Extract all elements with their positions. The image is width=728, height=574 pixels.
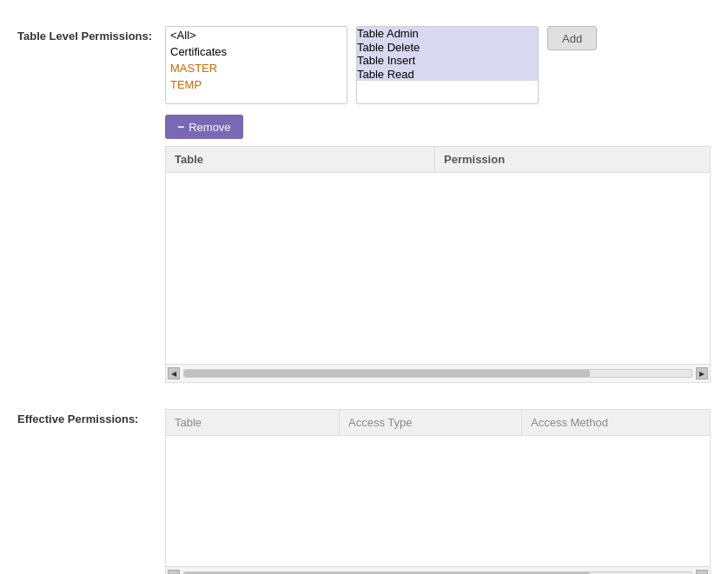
remove-label: Remove	[189, 121, 230, 134]
scroll-track[interactable]	[183, 369, 692, 378]
permissions-grid: Table Permission ◀ ▶	[165, 146, 711, 383]
eff-col-header-table: Table	[166, 410, 340, 435]
top-controls: <All> Certificates MASTER TEMP Table Adm…	[165, 26, 711, 104]
listbox-option-table-read[interactable]: Table Read	[357, 68, 538, 82]
effective-grid: Table Access Type Access Method ◀ ▶	[165, 409, 711, 574]
table-left-listbox[interactable]: <All> Certificates MASTER TEMP	[165, 26, 347, 104]
listbox-option-master[interactable]: MASTER	[166, 60, 347, 76]
effective-permissions-section: Effective Permissions: Table Access Type…	[0, 396, 728, 574]
col-header-table: Table	[166, 147, 435, 172]
remove-minus-icon: −	[177, 120, 184, 134]
scroll-right-arrow[interactable]: ▶	[696, 367, 708, 379]
add-button[interactable]: Add	[547, 26, 597, 50]
eff-col-header-access-type: Access Type	[340, 410, 522, 435]
effective-permissions-label: Effective Permissions:	[17, 409, 165, 426]
listbox-option-table-admin[interactable]: Table Admin	[357, 27, 538, 41]
table-level-label: Table Level Permissions:	[17, 26, 165, 43]
listbox-option-table-insert[interactable]: Table Insert	[357, 54, 538, 68]
listbox-option-all[interactable]: <All>	[166, 27, 347, 43]
effective-grid-body	[166, 436, 710, 566]
listbox-option-table-delete[interactable]: Table Delete	[357, 41, 538, 55]
h-scrollbar-table: ◀ ▶	[166, 364, 710, 382]
eff-col-header-access-method: Access Method	[522, 410, 710, 435]
permissions-grid-header: Table Permission	[166, 147, 710, 173]
right-listbox-container: Table Admin Table Delete Table Insert Ta…	[356, 26, 539, 104]
remove-button-wrapper: − Remove	[165, 115, 711, 139]
col-header-permission: Permission	[435, 147, 710, 172]
h-scrollbar-effective: ◀ ▶	[166, 566, 710, 574]
scroll-left-arrow[interactable]: ◀	[168, 367, 180, 379]
listbox-option-certificates[interactable]: Certificates	[166, 43, 347, 60]
eff-scroll-right-arrow[interactable]: ▶	[696, 570, 708, 574]
listbox-option-temp[interactable]: TEMP	[166, 76, 347, 93]
permission-right-listbox[interactable]: Table Admin Table Delete Table Insert Ta…	[356, 26, 539, 104]
table-level-content: <All> Certificates MASTER TEMP Table Adm…	[165, 26, 711, 383]
eff-scroll-left-arrow[interactable]: ◀	[168, 570, 180, 574]
table-level-section: Table Level Permissions: <All> Certifica…	[0, 13, 728, 396]
remove-button[interactable]: − Remove	[165, 115, 243, 139]
effective-permissions-content: Table Access Type Access Method ◀ ▶	[165, 409, 711, 574]
left-listbox-container: <All> Certificates MASTER TEMP	[165, 26, 347, 104]
scroll-thumb	[184, 370, 590, 377]
permissions-grid-body	[166, 173, 710, 364]
effective-grid-header: Table Access Type Access Method	[166, 410, 710, 436]
